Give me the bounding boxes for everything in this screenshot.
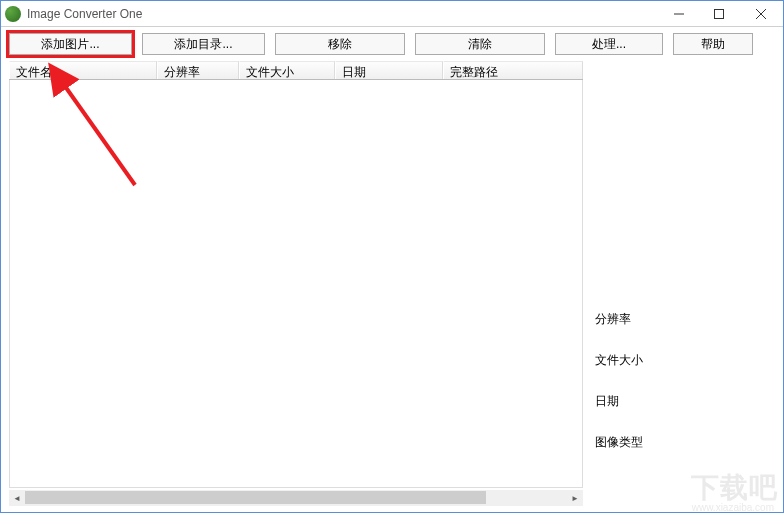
column-filename[interactable]: 文件名 [9,61,157,79]
process-button[interactable]: 处理... [555,33,663,55]
file-list-panel: 文件名 分辨率 文件大小 日期 完整路径 ◄ ► [9,61,583,506]
scroll-left-arrow-icon[interactable]: ◄ [9,490,25,506]
app-window: Image Converter One 添加图片... 添加目录... 移除 清… [0,0,784,513]
content-area: 文件名 分辨率 文件大小 日期 完整路径 ◄ ► 分辨率 文件大小 日期 图像类… [1,61,783,512]
close-button[interactable] [739,1,783,26]
scroll-track[interactable] [25,490,567,506]
help-button[interactable]: 帮助 [673,33,753,55]
info-date-label: 日期 [595,393,777,410]
column-date[interactable]: 日期 [335,61,443,79]
svg-rect-1 [715,9,724,18]
add-image-button[interactable]: 添加图片... [9,33,132,55]
info-resolution-label: 分辨率 [595,311,777,328]
maximize-button[interactable] [699,1,739,26]
info-imagetype-label: 图像类型 [595,434,777,451]
column-fullpath[interactable]: 完整路径 [443,61,583,79]
window-title: Image Converter One [27,7,659,21]
table-body[interactable] [9,80,583,488]
clear-button[interactable]: 清除 [415,33,545,55]
app-icon [5,6,21,22]
remove-button[interactable]: 移除 [275,33,405,55]
scroll-right-arrow-icon[interactable]: ► [567,490,583,506]
toolbar: 添加图片... 添加目录... 移除 清除 处理... 帮助 [1,27,783,61]
info-panel: 分辨率 文件大小 日期 图像类型 [589,61,777,506]
column-filesize[interactable]: 文件大小 [239,61,335,79]
table-header: 文件名 分辨率 文件大小 日期 完整路径 [9,61,583,80]
minimize-button[interactable] [659,1,699,26]
window-controls [659,1,783,26]
titlebar: Image Converter One [1,1,783,27]
horizontal-scrollbar[interactable]: ◄ ► [9,490,583,506]
column-resolution[interactable]: 分辨率 [157,61,239,79]
scroll-thumb[interactable] [25,491,486,504]
info-filesize-label: 文件大小 [595,352,777,369]
add-folder-button[interactable]: 添加目录... [142,33,265,55]
